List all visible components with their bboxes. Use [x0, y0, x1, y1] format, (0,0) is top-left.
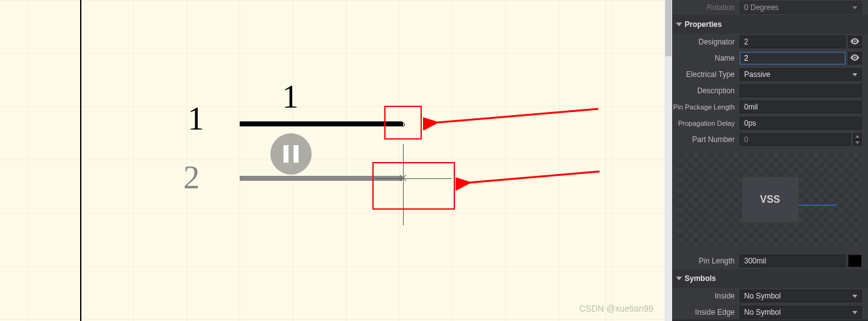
pause-overlay-icon — [270, 133, 312, 175]
annotation-box-1 — [384, 106, 422, 140]
electrical-type-label: Electrical Type — [672, 70, 740, 79]
designator-label: Designator — [672, 38, 740, 46]
pin2-designator: 2 — [183, 159, 200, 196]
chevron-down-icon — [852, 295, 857, 298]
inside-select[interactable]: No Symbol — [740, 290, 862, 302]
collapse-triangle-icon — [676, 277, 682, 280]
collapse-triangle-icon — [676, 23, 682, 26]
watermark: CSDN @xuetian99 — [580, 303, 654, 313]
canvas-vertical-scrollbar[interactable] — [665, 0, 672, 321]
svg-point-3 — [854, 57, 856, 59]
scrollbar-thumb[interactable] — [665, 0, 671, 56]
pin-color-swatch[interactable] — [848, 255, 862, 267]
designator-visibility-button[interactable] — [848, 36, 862, 48]
part-number-spinner[interactable] — [853, 133, 862, 146]
chevron-down-icon — [852, 73, 857, 76]
preview-pin-wire — [799, 205, 836, 206]
inside-edge-value: No Symbol — [744, 308, 781, 317]
name-input[interactable] — [740, 52, 845, 64]
pin-package-length-input[interactable] — [740, 101, 862, 113]
part-number-label: Part Number — [672, 135, 740, 144]
name-label: Name — [672, 54, 740, 63]
canvas-grid-guide — [605, 0, 606, 321]
annotation-arrow-2 — [456, 166, 606, 191]
annotation-arrow-1 — [423, 105, 605, 130]
properties-panel: Rotation 0 Degrees Properties Designator — [672, 0, 868, 321]
pin-length-label: Pin Length — [672, 257, 740, 265]
svg-line-0 — [436, 109, 598, 123]
spinner-up-icon[interactable] — [853, 133, 862, 140]
canvas-border-left — [80, 0, 81, 321]
inside-label: Inside — [672, 292, 740, 300]
propagation-delay-input[interactable] — [740, 117, 862, 130]
properties-section-header[interactable]: Properties — [672, 15, 868, 34]
inside-edge-select[interactable]: No Symbol — [740, 306, 862, 318]
annotation-box-2 — [372, 162, 455, 210]
inside-value: No Symbol — [744, 292, 781, 300]
electrical-type-select[interactable]: Passive — [740, 68, 862, 81]
propagation-delay-label: Propagation Delay — [672, 120, 740, 127]
chevron-down-icon — [852, 6, 857, 9]
svg-line-1 — [468, 171, 600, 183]
rotation-select[interactable]: 0 Degrees — [740, 1, 862, 14]
designator-input[interactable] — [740, 36, 845, 48]
electrical-type-value: Passive — [744, 70, 770, 79]
pin-preview: VSS — [678, 153, 862, 247]
description-input[interactable] — [740, 84, 862, 97]
rotation-label: Rotation — [672, 3, 740, 12]
symbols-section-header[interactable]: Symbols — [672, 269, 868, 288]
eye-icon — [850, 38, 859, 46]
symbols-section-title: Symbols — [685, 274, 716, 283]
pin-package-length-label: Pin Package Length — [672, 103, 740, 111]
eye-icon — [850, 54, 859, 63]
pin-length-input[interactable] — [740, 255, 845, 267]
spinner-down-icon[interactable] — [853, 140, 862, 146]
pin1-designator-top: 1 — [282, 78, 299, 115]
part-number-input — [740, 133, 850, 146]
svg-point-2 — [854, 41, 856, 43]
name-visibility-button[interactable] — [848, 52, 862, 64]
rotation-value: 0 Degrees — [744, 3, 779, 12]
preview-component-body: VSS — [742, 177, 799, 222]
schematic-canvas[interactable]: 1 1 2 CSDN @xuetian99 — [0, 0, 672, 321]
inside-edge-label: Inside Edge — [672, 308, 740, 317]
preview-pin-name: VSS — [760, 194, 780, 205]
description-label: Description — [672, 86, 740, 95]
pin1-body[interactable] — [240, 121, 402, 126]
properties-section-title: Properties — [685, 20, 722, 29]
chevron-down-icon — [852, 311, 857, 314]
pin1-designator-left: 1 — [188, 100, 204, 137]
